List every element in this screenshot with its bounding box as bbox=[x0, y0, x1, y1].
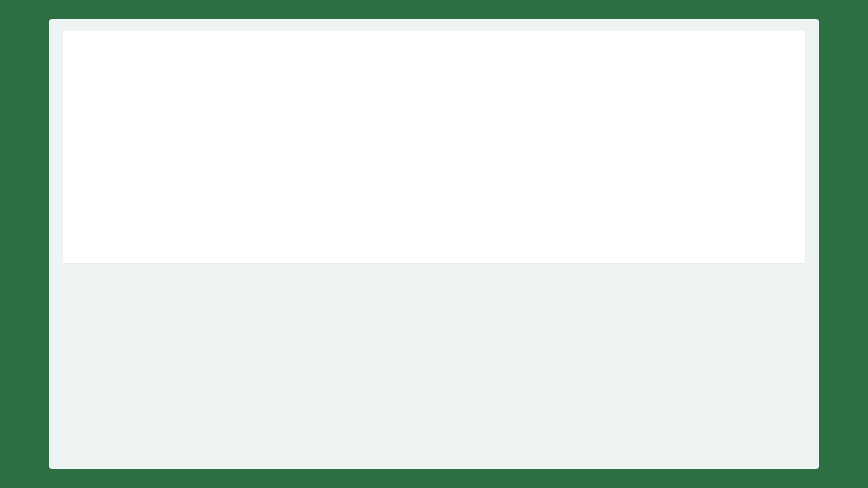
line-chart[interactable] bbox=[78, 54, 790, 249]
dashboard-panel bbox=[49, 19, 819, 469]
overall-activity-card bbox=[63, 31, 805, 263]
chart-area bbox=[78, 54, 790, 249]
